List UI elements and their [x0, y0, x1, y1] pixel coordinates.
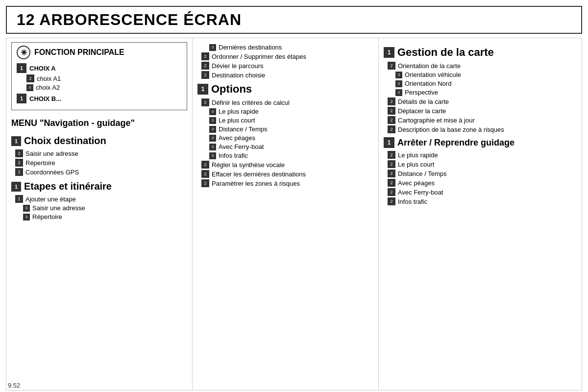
- badge-choix-b: 1: [17, 94, 26, 103]
- item-badge: 2: [388, 197, 395, 205]
- badge-section2: 1: [11, 182, 21, 192]
- choix-b-label: CHOIX B...: [29, 95, 61, 102]
- list-item: 3Orientation véhicule: [384, 71, 577, 78]
- item-label: Saisir une adresse: [25, 150, 78, 157]
- column-1: ✳ FONCTION PRINCIPALE 1 CHOIX A 2 choix …: [6, 38, 193, 390]
- gestion-carte-title: Gestion de la carte: [397, 46, 494, 59]
- item-badge: 3: [23, 205, 30, 212]
- item-badge: 2: [388, 98, 395, 105]
- col2-top-items: 3Dernières destinations2Ordonner / Suppr…: [197, 44, 373, 79]
- list-item: 2Ajouter une étape: [11, 195, 187, 203]
- item-badge: 2: [388, 151, 395, 159]
- list-item: 2Ordonner / Supprimer des étapes: [197, 52, 373, 60]
- list-item: 2Régler la synthèse vocale: [197, 161, 373, 169]
- badge-options: 1: [197, 84, 208, 95]
- fonction-principale-label: FONCTION PRINCIPALE: [34, 48, 124, 57]
- item-label: Orientation de la carte: [398, 62, 461, 70]
- list-item: 2Saisir une adresse: [11, 149, 187, 157]
- badge-choix-a1: 2: [26, 74, 34, 82]
- badge-choix-a2: 3: [26, 84, 33, 91]
- item-label: Orientation véhicule: [405, 71, 461, 78]
- list-item: 2Infos trafic: [384, 197, 577, 205]
- arreter-guidage-title: Arrêter / Reprendre guidage: [397, 138, 514, 148]
- choix-a1-label: choix A1: [37, 75, 61, 82]
- list-item: 2Définir les critères de calcul: [197, 98, 373, 106]
- item-label: Avec Ferry-boat: [398, 189, 443, 196]
- list-item: 2Orientation de la carte: [384, 62, 577, 70]
- menu-title: MENU "Navigation - guidage": [11, 116, 187, 130]
- item-label: Ordonner / Supprimer des étapes: [212, 53, 306, 60]
- choix-a2-label: choix A2: [36, 84, 60, 91]
- section-gestion-carte: 1 Gestion de la carte: [384, 46, 577, 59]
- item-label: Le plus court: [219, 117, 255, 124]
- list-item: 2Dévier le parcours: [197, 62, 373, 70]
- item-label: Dévier le parcours: [212, 62, 264, 70]
- item-label: Avec Ferry-boat: [219, 143, 264, 150]
- badge-choix-a: 1: [17, 63, 26, 73]
- section1-items: 2Saisir une adresse2Répertoire2Coordonné…: [11, 149, 187, 176]
- item-badge: 2: [388, 107, 395, 115]
- item-label: Dernières destinations: [219, 44, 282, 51]
- section2-items: 2Ajouter une étape3Saisir une adresse3Ré…: [11, 195, 187, 220]
- item-label: Perspective: [405, 89, 438, 96]
- item-badge: 3: [23, 214, 30, 220]
- list-item: 3Distance / Temps: [197, 125, 373, 133]
- item-badge: 3: [209, 135, 216, 142]
- list-item: 2Déplacer la carte: [384, 107, 577, 115]
- choix-a2-row: 3 choix A2: [17, 84, 182, 91]
- compass-icon: ✳: [17, 46, 30, 59]
- list-item: 2Le plus court: [384, 160, 577, 168]
- item-badge: 2: [15, 195, 23, 203]
- item-badge: 3: [209, 152, 216, 159]
- item-label: Avec péages: [219, 134, 255, 142]
- item-badge: 2: [15, 149, 23, 157]
- item-label: Avec péages: [398, 179, 435, 187]
- item-badge: 3: [209, 144, 216, 150]
- list-item: 3Perspective: [384, 89, 577, 96]
- item-badge: 3: [209, 126, 216, 133]
- list-item: 2Effacer les dernières destinations: [197, 170, 373, 178]
- section2-title: Etapes et itinéraire: [24, 181, 112, 192]
- list-item: 2Coordonnées GPS: [11, 168, 187, 176]
- choix-a-label: CHOIX A: [29, 65, 56, 72]
- section-options: 1 Options: [197, 83, 373, 96]
- list-item: 2Avec péages: [384, 179, 577, 187]
- page-title-box: 12 ARBORESCENCE ÉCRAN: [6, 6, 582, 34]
- item-badge: 3: [395, 80, 402, 87]
- list-item: 3Infos trafic: [197, 152, 373, 159]
- section-etapes: 1 Etapes et itinéraire: [11, 181, 187, 192]
- item-badge: 2: [388, 125, 395, 133]
- list-item: 3Avec Ferry-boat: [197, 143, 373, 150]
- choix-a-row: 1 CHOIX A: [17, 63, 182, 73]
- item-label: Saisir une adresse: [32, 204, 85, 212]
- item-label: Répertoire: [25, 159, 55, 167]
- list-item: 3Avec péages: [197, 134, 373, 142]
- item-label: Régler la synthèse vocale: [212, 161, 285, 169]
- choix-a1-row: 2 choix A1: [17, 74, 182, 82]
- list-item: 3Le plus court: [197, 117, 373, 124]
- item-badge: 2: [201, 98, 209, 106]
- item-label: Infos trafic: [398, 198, 427, 205]
- item-badge: 2: [201, 71, 209, 79]
- item-badge: 2: [15, 159, 23, 167]
- badge-gestion-carte: 1: [384, 47, 394, 58]
- col2-items: 2Définir les critères de calcul3Le plus …: [197, 98, 373, 187]
- list-item: 3Orientation Nord: [384, 80, 577, 87]
- section-choix-destination: 1 Choix destination: [11, 135, 187, 147]
- item-label: Détails de la carte: [398, 98, 449, 105]
- item-badge: 2: [201, 52, 209, 60]
- col3-section1-items: 2Orientation de la carte3Orientation véh…: [384, 62, 577, 133]
- column-3: 1 Gestion de la carte 2Orientation de la…: [379, 38, 582, 390]
- list-item: 2Détails de la carte: [384, 98, 577, 105]
- item-badge: 2: [201, 62, 209, 70]
- item-label: Destination choisie: [212, 72, 265, 79]
- section1-title: Choix destination: [24, 135, 106, 147]
- item-badge: 3: [209, 44, 216, 51]
- main-content: ✳ FONCTION PRINCIPALE 1 CHOIX A 2 choix …: [6, 38, 582, 391]
- list-item: 2Cartographie et mise à jour: [384, 116, 577, 124]
- item-badge: 2: [15, 168, 23, 176]
- list-item: 2Répertoire: [11, 159, 187, 167]
- page-title: 12 ARBORESCENCE ÉCRAN: [17, 11, 242, 29]
- item-label: Ajouter une étape: [25, 196, 76, 203]
- list-item: 2Destination choisie: [197, 71, 373, 79]
